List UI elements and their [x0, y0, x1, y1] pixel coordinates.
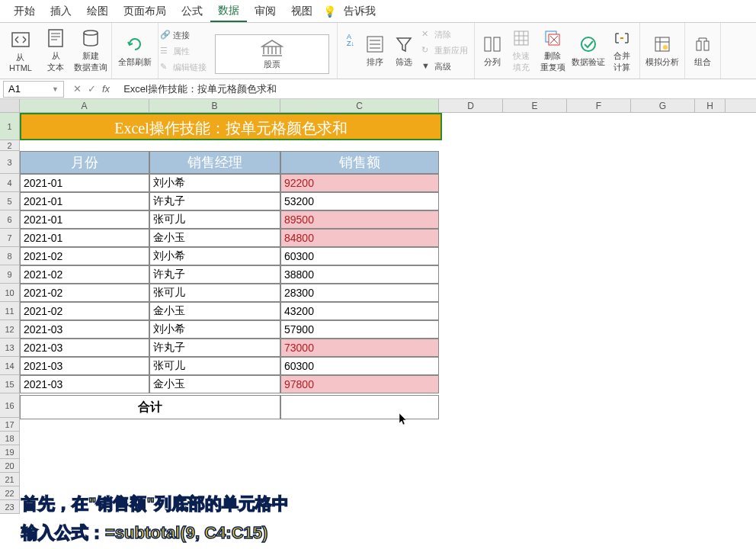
col-header-E[interactable]: E — [503, 99, 567, 112]
formula-input[interactable]: Excel操作技能：按单元格颜色求和 — [116, 82, 277, 96]
tab-view[interactable]: 视图 — [284, 2, 320, 21]
total-value-cell[interactable] — [280, 395, 439, 419]
row-header-10[interactable]: 10 — [0, 284, 19, 302]
title-cell[interactable]: Excel操作技能：按单元格颜色求和 — [20, 113, 442, 140]
sort-az-button[interactable]: AZ↓ — [342, 24, 359, 77]
remove-duplicates-button[interactable]: 删除 重复项 — [537, 24, 568, 77]
select-all-corner[interactable] — [0, 99, 20, 112]
cell-sales[interactable]: 57900 — [280, 320, 439, 339]
cell-month[interactable]: 2021-01 — [20, 229, 149, 247]
cell-sales[interactable]: 73000 — [280, 339, 439, 357]
row-header-11[interactable]: 11 — [0, 302, 19, 320]
cell-month[interactable]: 2021-02 — [20, 247, 149, 265]
cell-sales[interactable]: 53200 — [280, 192, 439, 210]
header-sales[interactable]: 销售额 — [280, 151, 439, 174]
row-header-13[interactable]: 13 — [0, 339, 19, 357]
cell-month[interactable]: 2021-01 — [20, 174, 149, 192]
cell-month[interactable]: 2021-02 — [20, 284, 149, 302]
text-to-columns-button[interactable]: 分列 — [479, 24, 505, 77]
cell-sales[interactable]: 60300 — [280, 247, 439, 265]
row-header-4[interactable]: 4 — [0, 174, 19, 192]
cell-sales[interactable]: 38800 — [280, 265, 439, 284]
advanced-button[interactable]: ▼高级 — [420, 59, 469, 74]
cell-sales[interactable]: 92200 — [280, 174, 439, 192]
row-header-1[interactable]: 1 — [0, 113, 19, 140]
name-box[interactable]: A1 ▼ — [3, 81, 64, 98]
row-header-21[interactable]: 21 — [0, 473, 19, 486]
cell-manager[interactable]: 金小玉 — [149, 229, 280, 247]
cell-manager[interactable]: 金小玉 — [149, 302, 280, 320]
row-header-3[interactable]: 3 — [0, 151, 19, 174]
connections-button[interactable]: 🔗连接 — [159, 27, 208, 43]
cell-manager[interactable]: 许丸子 — [149, 192, 280, 210]
tab-review[interactable]: 审阅 — [247, 2, 284, 21]
cell-manager[interactable]: 张可儿 — [149, 210, 280, 229]
row-header-23[interactable]: 23 — [0, 500, 19, 514]
sort-button[interactable]: 排序 — [362, 24, 388, 77]
row-header-9[interactable]: 9 — [0, 265, 19, 284]
row-header-6[interactable]: 6 — [0, 210, 19, 229]
cell-sales[interactable]: 84800 — [280, 229, 439, 247]
row-header-22[interactable]: 22 — [0, 486, 19, 500]
row-header-12[interactable]: 12 — [0, 320, 19, 339]
tab-page-layout[interactable]: 页面布局 — [116, 2, 174, 21]
clear-button[interactable]: ✕清除 — [420, 27, 469, 42]
cell-month[interactable]: 2021-03 — [20, 339, 149, 357]
cell-month[interactable]: 2021-01 — [20, 210, 149, 229]
cell-manager[interactable]: 许丸子 — [149, 265, 280, 284]
row-header-8[interactable]: 8 — [0, 247, 19, 265]
row-header-17[interactable]: 17 — [0, 418, 19, 432]
row-header-16[interactable]: 16 — [0, 393, 19, 418]
cell-manager[interactable]: 刘小希 — [149, 174, 280, 192]
flash-fill-button[interactable]: 快速 填充 — [508, 24, 534, 77]
tab-formulas[interactable]: 公式 — [174, 2, 210, 21]
cancel-icon[interactable]: ✕ — [73, 83, 82, 95]
cell-manager[interactable]: 许丸子 — [149, 339, 280, 357]
from-text-button[interactable]: 从 文本 — [40, 24, 72, 77]
tab-insert[interactable]: 插入 — [43, 2, 79, 21]
new-query-button[interactable]: 新建 数据查询 — [75, 24, 107, 77]
data-validation-button[interactable]: 数据验证 — [571, 24, 606, 77]
cell-month[interactable]: 2021-03 — [20, 320, 149, 339]
tell-me[interactable]: 告诉我 — [336, 2, 383, 21]
stocks-button[interactable]: 股票 — [215, 34, 329, 74]
spreadsheet-grid[interactable]: A B C D E F G H 123456789101112131415161… — [0, 99, 756, 514]
col-header-H[interactable]: H — [695, 99, 726, 112]
row-header-15[interactable]: 15 — [0, 375, 19, 393]
header-month[interactable]: 月份 — [20, 151, 149, 174]
cell-manager[interactable]: 刘小希 — [149, 320, 280, 339]
cell-manager[interactable]: 张可儿 — [149, 284, 280, 302]
refresh-all-button[interactable]: 全部刷新 — [117, 24, 153, 77]
cell-sales[interactable]: 28300 — [280, 284, 439, 302]
cell-month[interactable]: 2021-02 — [20, 302, 149, 320]
col-header-A[interactable]: A — [20, 99, 149, 112]
row-header-2[interactable]: 2 — [0, 140, 19, 151]
check-icon[interactable]: ✓ — [88, 83, 96, 95]
row-header-5[interactable]: 5 — [0, 192, 19, 210]
consolidate-button[interactable]: 合并 计算 — [609, 24, 635, 77]
row-header-19[interactable]: 19 — [0, 445, 19, 459]
reapply-button[interactable]: ↻重新应用 — [420, 43, 469, 58]
cell-sales[interactable]: 60300 — [280, 357, 439, 375]
cell-month[interactable]: 2021-01 — [20, 192, 149, 210]
edit-links-button[interactable]: ✎编辑链接 — [159, 59, 208, 75]
fx-icon[interactable]: fx — [102, 83, 110, 95]
from-html-button[interactable]: 从 HTML — [5, 24, 37, 77]
row-header-20[interactable]: 20 — [0, 459, 19, 473]
cell-manager[interactable]: 张可儿 — [149, 357, 280, 375]
total-label-cell[interactable]: 合计 — [20, 395, 280, 419]
cell-month[interactable]: 2021-03 — [20, 375, 149, 393]
col-header-D[interactable]: D — [439, 99, 503, 112]
cell-month[interactable]: 2021-03 — [20, 357, 149, 375]
row-header-7[interactable]: 7 — [0, 229, 19, 247]
cell-sales[interactable]: 43200 — [280, 302, 439, 320]
tab-draw[interactable]: 绘图 — [79, 2, 116, 21]
header-manager[interactable]: 销售经理 — [149, 151, 280, 174]
tab-data[interactable]: 数据 — [210, 1, 247, 22]
col-header-F[interactable]: F — [567, 99, 631, 112]
cell-sales[interactable]: 89500 — [280, 210, 439, 229]
what-if-button[interactable]: 模拟分析 — [645, 24, 680, 77]
filter-button[interactable]: 筛选 — [391, 24, 417, 77]
col-header-C[interactable]: C — [280, 99, 439, 112]
cell-manager[interactable]: 金小玉 — [149, 375, 280, 393]
